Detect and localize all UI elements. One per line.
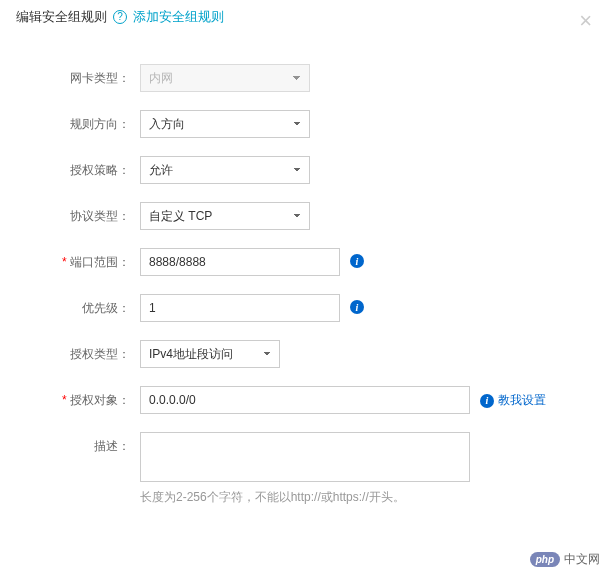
select-nic-type: 内网	[140, 64, 310, 92]
add-rule-link[interactable]: 添加安全组规则	[133, 8, 224, 26]
close-icon[interactable]: ×	[579, 10, 592, 32]
label-policy: 授权策略：	[20, 156, 140, 179]
row-policy: 授权策略： 允许	[20, 156, 586, 184]
label-nic-type: 网卡类型：	[20, 64, 140, 87]
textarea-description[interactable]	[140, 432, 470, 482]
select-policy[interactable]: 允许	[140, 156, 310, 184]
label-description: 描述：	[20, 432, 140, 455]
label-priority: 优先级：	[20, 294, 140, 317]
select-protocol[interactable]: 自定义 TCP	[140, 202, 310, 230]
input-auth-object[interactable]	[140, 386, 470, 414]
row-auth-type: 授权类型： IPv4地址段访问	[20, 340, 586, 368]
info-icon[interactable]: i	[350, 300, 364, 314]
label-port-range: 端口范围：	[20, 248, 140, 271]
info-icon[interactable]: i	[480, 394, 494, 408]
watermark-text: 中文网	[564, 551, 600, 568]
row-description: 描述： 长度为2-256个字符，不能以http://或https://开头。	[20, 432, 586, 506]
label-direction: 规则方向：	[20, 110, 140, 133]
help-icon[interactable]: ?	[113, 10, 127, 24]
description-hint: 长度为2-256个字符，不能以http://或https://开头。	[140, 489, 470, 506]
dialog-title: 编辑安全组规则	[16, 8, 107, 26]
info-icon[interactable]: i	[350, 254, 364, 268]
select-direction[interactable]: 入方向	[140, 110, 310, 138]
row-nic-type: 网卡类型： 内网	[20, 64, 586, 92]
row-protocol: 协议类型： 自定义 TCP	[20, 202, 586, 230]
row-port-range: 端口范围： i	[20, 248, 586, 276]
rule-form: 网卡类型： 内网 规则方向： 入方向 授权策略： 允许 协议类型： 自定义 TC…	[0, 34, 606, 534]
row-auth-object: 授权对象： i 教我设置	[20, 386, 586, 414]
row-direction: 规则方向： 入方向	[20, 110, 586, 138]
label-protocol: 协议类型：	[20, 202, 140, 225]
php-badge: php	[530, 552, 560, 567]
label-auth-object: 授权对象：	[20, 386, 140, 409]
label-auth-type: 授权类型：	[20, 340, 140, 363]
input-port-range[interactable]	[140, 248, 340, 276]
watermark: php 中文网	[530, 551, 600, 568]
row-priority: 优先级： i	[20, 294, 586, 322]
teach-me-link[interactable]: 教我设置	[498, 392, 546, 409]
select-auth-type[interactable]: IPv4地址段访问	[140, 340, 280, 368]
dialog-header: 编辑安全组规则 ? 添加安全组规则	[0, 0, 606, 34]
input-priority[interactable]	[140, 294, 340, 322]
